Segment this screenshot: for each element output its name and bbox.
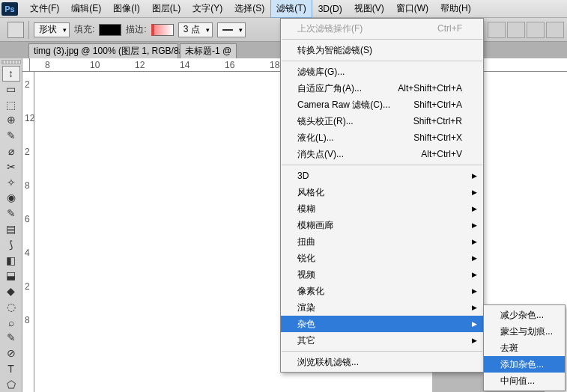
- ruler-tick: 2: [25, 79, 30, 90]
- menu-item-pixelate[interactable]: 像素化▶: [281, 283, 483, 299]
- submenu-arrow-icon: ▶: [472, 271, 477, 278]
- menu-item-label: 添加杂色...: [500, 358, 544, 371]
- tool-eyedropper[interactable]: ⌀: [2, 144, 20, 159]
- menu-type[interactable]: 文字(Y): [187, 0, 228, 18]
- menu-item-filter-gallery[interactable]: 滤镜库(G)...: [281, 64, 483, 80]
- ruler-vertical: 2 12 2 8 6 4 2 8: [22, 72, 34, 392]
- toolbar-grip[interactable]: [1, 60, 21, 64]
- menu-file[interactable]: 文件(F): [24, 0, 65, 18]
- divider: [28, 21, 29, 39]
- tool-magic-wand[interactable]: ⊕: [2, 112, 20, 128]
- menu-layer[interactable]: 图层(L): [146, 0, 187, 18]
- fill-swatch[interactable]: [99, 24, 121, 36]
- menu-item-shortcut: Shift+Ctrl+A: [413, 99, 462, 110]
- menu-item-other[interactable]: 其它▶: [281, 332, 483, 349]
- menu-item-label: 视频: [297, 269, 315, 281]
- menu-item-shortcut: Alt+Ctrl+V: [421, 149, 462, 159]
- menu-item-reduce-noise[interactable]: 减少杂色...: [484, 307, 565, 323]
- menu-item-last-filter[interactable]: 上次滤镜操作(F) Ctrl+F: [281, 20, 483, 37]
- menu-view[interactable]: 视图(V): [348, 0, 390, 18]
- menu-3d[interactable]: 3D(D): [312, 1, 348, 17]
- menu-item-blur[interactable]: 模糊▶: [281, 200, 483, 217]
- panel-icon-1[interactable]: [488, 22, 506, 38]
- menu-item-lens-correction[interactable]: 镜头校正(R)...Shift+Ctrl+R: [281, 113, 483, 129]
- menu-item-label: 中间值...: [500, 375, 535, 388]
- menu-item-sharpen[interactable]: 锐化▶: [281, 250, 483, 266]
- menu-item-label: 3D: [297, 171, 309, 181]
- ruler-tick: 8: [25, 315, 30, 325]
- separator: [282, 61, 482, 61]
- menu-item-video[interactable]: 视频▶: [281, 266, 483, 283]
- stroke-swatch[interactable]: [151, 24, 174, 36]
- menu-item-adaptive-wide[interactable]: 自适应广角(A)...Alt+Shift+Ctrl+A: [281, 80, 483, 97]
- tool-hand[interactable]: ✎: [2, 330, 20, 346]
- stroke-width-combo[interactable]: 3 点: [178, 22, 213, 37]
- submenu-arrow-icon: ▶: [472, 304, 477, 311]
- menu-item-smart-filter[interactable]: 转换为智能滤镜(S): [281, 42, 483, 58]
- tool-zoom[interactable]: ⌕: [2, 314, 20, 330]
- ruler-tick: 6: [25, 214, 30, 224]
- ruler-tick: 12: [25, 113, 34, 123]
- tool-move[interactable]: ↕: [2, 66, 20, 82]
- menu-item-label: 模糊: [297, 203, 315, 215]
- submenu-arrow-icon: ▶: [472, 205, 477, 212]
- menu-help[interactable]: 帮助(H): [434, 0, 477, 18]
- submenu-arrow-icon: ▶: [472, 337, 477, 344]
- menu-edit[interactable]: 编辑(E): [65, 0, 107, 18]
- menu-window[interactable]: 窗口(W): [390, 0, 434, 18]
- submenu-arrow-icon: ▶: [472, 189, 477, 196]
- menu-item-3d[interactable]: 3D▶: [281, 168, 483, 184]
- noise-submenu: 减少杂色... 蒙尘与划痕... 去斑 添加杂色... 中间值...: [483, 304, 566, 391]
- separator: [282, 165, 482, 165]
- tool-healing[interactable]: ✂: [2, 159, 20, 174]
- tool-history-brush[interactable]: ✎: [2, 206, 20, 221]
- menu-item-label: 模糊画廊: [297, 219, 333, 232]
- ruler-tick: 14: [180, 60, 189, 70]
- menu-item-liquify[interactable]: 液化(L)...Shift+Ctrl+X: [281, 129, 483, 146]
- menu-item-label: 其它: [297, 334, 315, 347]
- menu-item-median[interactable]: 中间值...: [484, 373, 565, 389]
- menu-item-despeckle[interactable]: 去斑: [484, 340, 565, 356]
- tool-eraser[interactable]: ▤: [2, 221, 20, 237]
- menu-item-shortcut: Alt+Shift+Ctrl+A: [398, 83, 462, 94]
- menu-image[interactable]: 图像(I): [107, 0, 145, 18]
- shape-mode-combo[interactable]: 形状: [34, 22, 70, 37]
- tool-crop[interactable]: ✎: [2, 128, 20, 144]
- tool-pen[interactable]: ◆: [2, 284, 20, 299]
- menu-item-camera-raw[interactable]: Camera Raw 滤镜(C)...Shift+Ctrl+A: [281, 97, 483, 113]
- tool-marquee[interactable]: ▭: [2, 82, 20, 97]
- menu-item-label: 风格化: [297, 186, 324, 199]
- menu-item-distort[interactable]: 扭曲▶: [281, 233, 483, 250]
- document-tab[interactable]: 未标题-1 @: [180, 43, 237, 58]
- tool-stamp[interactable]: ◉: [2, 190, 20, 206]
- menu-item-dust-scratches[interactable]: 蒙尘与划痕...: [484, 323, 565, 340]
- tool-rect[interactable]: ⬠: [2, 376, 20, 392]
- tool-text[interactable]: T: [2, 361, 20, 377]
- menu-item-vanishing-point[interactable]: 消失点(V)...Alt+Ctrl+V: [281, 146, 483, 162]
- tool-gradient[interactable]: ⟆: [2, 236, 20, 252]
- menu-item-label: 扭曲: [297, 236, 315, 248]
- menu-filter[interactable]: 滤镜(T): [270, 0, 312, 18]
- panel-icon-2[interactable]: [507, 22, 525, 38]
- menu-item-label: 杂色: [297, 318, 315, 331]
- tool-dodge[interactable]: ⬓: [2, 268, 20, 284]
- tool-shape[interactable]: ⊘: [2, 346, 20, 361]
- tool-preset-icon[interactable]: [7, 22, 24, 38]
- menu-item-stylize[interactable]: 风格化▶: [281, 184, 483, 200]
- tool-path[interactable]: ◌: [2, 298, 20, 314]
- panel-icon-3[interactable]: [527, 22, 545, 38]
- menu-item-label: 转换为智能滤镜(S): [297, 44, 372, 57]
- tool-brush[interactable]: ✧: [2, 174, 20, 190]
- menu-item-label: 上次滤镜操作(F): [297, 22, 363, 35]
- stroke-style-combo[interactable]: [217, 22, 246, 37]
- menu-item-blur-gallery[interactable]: 模糊画廊▶: [281, 217, 483, 233]
- document-tab[interactable]: timg (3).jpg @ 100% (图层 1, RGB/8#) * ×: [28, 43, 178, 58]
- menu-select[interactable]: 选择(S): [228, 0, 270, 18]
- menu-item-render[interactable]: 渲染▶: [281, 299, 483, 316]
- tool-blur[interactable]: ◧: [2, 252, 20, 268]
- menu-item-noise[interactable]: 杂色▶: [281, 316, 483, 332]
- menu-item-browse-online[interactable]: 浏览联机滤镜...: [281, 354, 483, 370]
- panel-icon-4[interactable]: [546, 22, 564, 38]
- tool-lasso[interactable]: ⬚: [2, 97, 20, 112]
- menu-item-add-noise[interactable]: 添加杂色...: [484, 356, 565, 373]
